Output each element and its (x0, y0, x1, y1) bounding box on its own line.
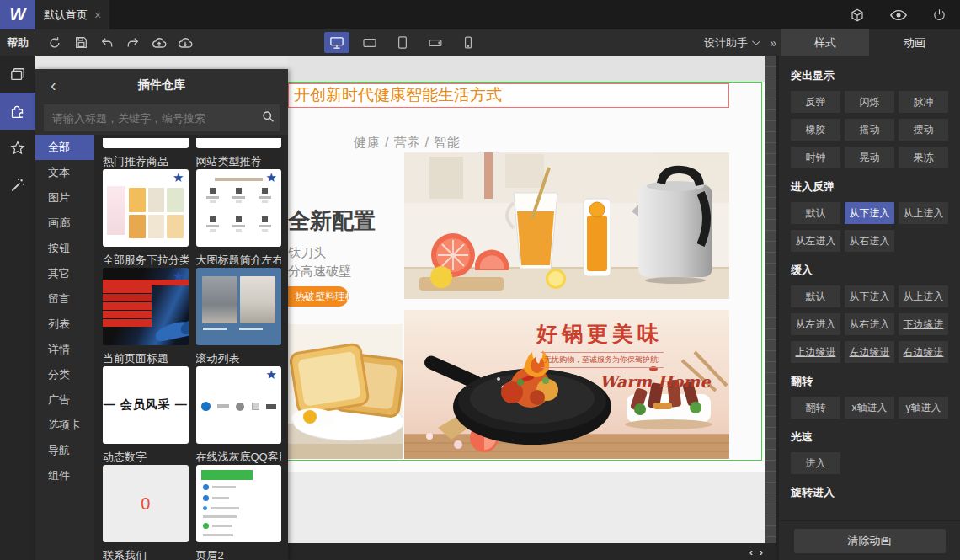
category-item[interactable]: 选项卡 (35, 413, 94, 438)
animation-button[interactable]: 反弹 (791, 91, 840, 113)
plugin-card[interactable] (196, 138, 282, 148)
animation-button[interactable]: 从右进入 (845, 313, 894, 335)
animation-button[interactable]: 从上进入 (899, 285, 948, 307)
animation-button[interactable]: 橡胶 (791, 119, 840, 141)
sidebar-magic-wand-button[interactable] (0, 167, 35, 204)
product-feature-1[interactable]: 钛刀头 (288, 245, 326, 261)
plugin-card[interactable]: 页眉2 (196, 547, 282, 560)
design-assistant-dropdown[interactable]: 设计助手 (704, 29, 758, 56)
wok-banner-script-text: Warm Home (600, 372, 711, 391)
device-desktop-button[interactable] (324, 32, 349, 53)
category-item[interactable]: 留言 (35, 286, 94, 312)
category-item[interactable]: 画廊 (35, 211, 94, 236)
animation-button[interactable]: 从左进入 (791, 230, 840, 252)
animation-button[interactable]: 翻转 (791, 397, 840, 419)
page-subheading[interactable]: 健康 / 营养 / 智能 (354, 135, 461, 151)
animation-button[interactable]: y轴进入 (899, 397, 948, 419)
animation-button[interactable]: 从下进入 (845, 202, 894, 224)
code-view-icon[interactable]: ‹ › (749, 546, 765, 558)
animation-button[interactable]: 右边缘进 (899, 341, 948, 363)
plugin-card[interactable]: 动态数字0 (103, 449, 189, 542)
animation-button[interactable]: 上边缘进 (791, 341, 840, 363)
animation-button[interactable]: 摆动 (899, 119, 948, 141)
selected-heading-element[interactable]: 开创新时代健康智能生活方式 (288, 83, 729, 108)
animation-button[interactable]: 晃动 (845, 147, 894, 168)
category-item[interactable]: 详情 (35, 337, 94, 362)
plugin-card[interactable]: 联系我们 (103, 547, 189, 560)
news-section[interactable]: 资讯动态 (288, 472, 765, 543)
favorite-star-icon[interactable]: ★ (266, 171, 277, 184)
category-item[interactable]: 导航 (35, 438, 94, 463)
plugin-thumbnail: ★ (196, 169, 282, 247)
animation-button[interactable]: 从左进入 (791, 313, 840, 335)
product-feature-2[interactable]: 分高速破壁 (288, 264, 351, 280)
components-cube-icon[interactable] (850, 8, 865, 23)
device-phone-portrait-button[interactable] (456, 32, 481, 53)
animation-button[interactable]: 进入 (791, 452, 840, 474)
animation-button[interactable]: 从右进入 (845, 230, 894, 252)
tab-style[interactable]: 样式 (781, 29, 869, 56)
toast-image[interactable] (288, 324, 403, 459)
cloud-upload-icon[interactable] (151, 34, 168, 52)
plugin-card[interactable]: 网站类型推荐★ (196, 153, 282, 247)
undo-icon[interactable] (99, 34, 115, 52)
category-item[interactable]: 分类 (35, 362, 94, 387)
animation-button[interactable]: 从下进入 (845, 285, 894, 307)
save-icon[interactable] (72, 34, 89, 52)
category-item[interactable]: 其它 (35, 261, 94, 286)
tab-close-icon[interactable]: × (94, 8, 101, 22)
refresh-icon[interactable] (46, 34, 63, 52)
category-item[interactable]: 按钮 (35, 236, 94, 261)
animation-button[interactable]: 下边缘进 (899, 313, 948, 335)
category-item[interactable]: 全部 (35, 135, 94, 160)
plugin-card[interactable]: 当前页面标题— 会员风采 — (103, 350, 189, 444)
plugin-card[interactable]: 热门推荐商品★ (103, 153, 189, 247)
product-button[interactable]: 热破壁料理机 (288, 286, 349, 307)
animation-button[interactable]: 摇动 (845, 119, 894, 141)
tab-animation[interactable]: 动画 (869, 29, 960, 56)
category-item[interactable]: 图片 (35, 185, 94, 211)
canvas-scrollbar[interactable] (765, 56, 776, 543)
panel-back-icon[interactable]: ‹ (51, 69, 56, 101)
device-phone-landscape-button[interactable] (423, 32, 448, 53)
plugin-search-input[interactable] (44, 104, 280, 131)
plugin-card[interactable]: 滚动列表★ (196, 350, 282, 444)
animation-button[interactable]: 脉冲 (899, 91, 948, 113)
favorite-star-icon[interactable]: ★ (173, 269, 184, 282)
cloud-download-icon[interactable] (177, 34, 194, 52)
clear-animation-button[interactable]: 清除动画 (794, 529, 946, 553)
animation-button[interactable]: 果冻 (899, 147, 948, 168)
category-item[interactable]: 广告 (35, 387, 94, 413)
animation-button[interactable]: 默认 (791, 202, 840, 224)
plugin-card[interactable]: 全部服务下拉分类带...★ (103, 252, 189, 345)
plugin-card[interactable]: 大图标题简介左右切... (196, 252, 282, 345)
animation-button[interactable]: 闪烁 (845, 91, 894, 113)
product-block-title[interactable]: 全新配置 (288, 206, 376, 236)
kettle-product-image[interactable] (404, 152, 729, 299)
animation-button[interactable]: 默认 (791, 285, 840, 307)
animation-button[interactable]: 左边缘进 (845, 341, 894, 363)
power-icon[interactable] (932, 8, 947, 23)
device-tablet-portrait-button[interactable] (390, 32, 415, 53)
page-preview[interactable]: 开创新时代健康智能生活方式 健康 / 营养 / 智能 全新配置 钛刀头 分高速破… (288, 82, 765, 543)
page-tab[interactable]: 默认首页 × (35, 0, 109, 29)
animation-button[interactable]: 时钟 (791, 147, 840, 168)
redo-icon[interactable] (125, 34, 141, 52)
favorite-star-icon[interactable]: ★ (266, 368, 277, 381)
plugin-card[interactable] (103, 138, 189, 148)
collapse-panel-icon[interactable]: » (770, 29, 776, 56)
favorite-star-icon[interactable]: ★ (173, 171, 184, 184)
plugin-card[interactable]: 在线浅灰底QQ客服 (196, 449, 282, 542)
category-item[interactable]: 组件 (35, 463, 94, 488)
help-menu[interactable]: 帮助 (7, 29, 29, 56)
category-item[interactable]: 列表 (35, 312, 94, 337)
search-icon[interactable] (262, 110, 275, 123)
sidebar-pages-button[interactable] (0, 56, 35, 93)
category-item[interactable]: 文本 (35, 160, 94, 185)
animation-button[interactable]: x轴进入 (845, 397, 894, 419)
preview-eye-icon[interactable] (890, 8, 907, 22)
device-tablet-landscape-button[interactable] (357, 32, 382, 53)
animation-button[interactable]: 从上进入 (899, 202, 948, 224)
sidebar-plugins-button[interactable] (0, 93, 35, 130)
sidebar-favorites-button[interactable] (0, 130, 35, 167)
